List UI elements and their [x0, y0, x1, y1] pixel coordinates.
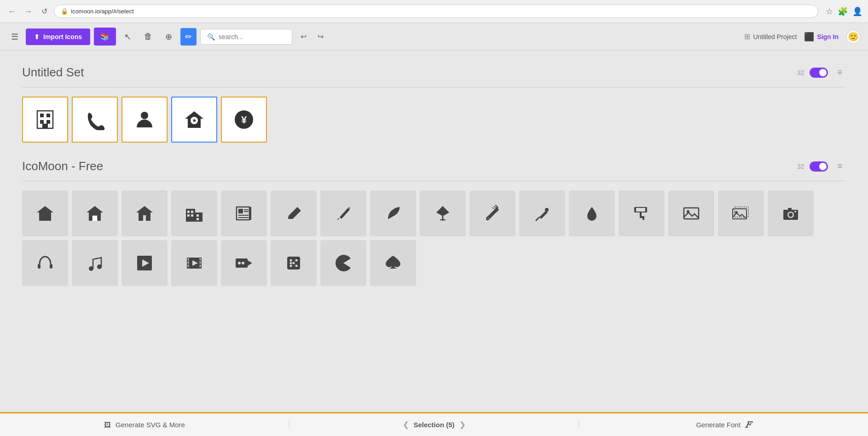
icon-cell-home-star[interactable]: ★: [171, 97, 217, 143]
icon-cell-dice[interactable]: [271, 240, 317, 286]
svg-rect-42: [788, 208, 792, 210]
play-icon: [135, 254, 154, 272]
icon-cell-phone[interactable]: [72, 97, 118, 143]
person-icon: [134, 109, 155, 130]
drop-icon: [583, 204, 601, 223]
icon-cell-video[interactable]: [221, 240, 267, 286]
icon-cell-feather[interactable]: [370, 190, 416, 236]
bottom-bar: 🖼 Generate SVG & More ❮ Selection (5) ❯ …: [0, 412, 868, 436]
generate-svg-label: Generate SVG & More: [116, 421, 185, 429]
icon-cell-play[interactable]: [122, 240, 168, 286]
app-toolbar: ☰ ⬆ Import Icons 📚 ↖ 🗑 ⊕ ✏ 🔍 ↩ ↪ ⊞ Untit…: [0, 23, 868, 51]
newspaper-icon: [235, 204, 253, 223]
icomoon-free-section: IcoMoon - Free 32 ≡: [22, 159, 846, 286]
toolbar-right: ⊞ Untitled Project ⬛ Sign In 🙂: [744, 29, 861, 44]
svg-rect-56: [200, 258, 201, 260]
chevron-left-icon[interactable]: ❮: [403, 420, 409, 429]
undo-button[interactable]: ↩: [296, 29, 311, 44]
svg-rect-44: [38, 264, 41, 269]
svg-text:¥: ¥: [241, 114, 247, 126]
icon-cell-brush[interactable]: [469, 190, 515, 236]
import-label: Import Icons: [43, 33, 82, 40]
svg-rect-15: [191, 211, 193, 213]
svg-rect-2: [46, 114, 50, 117]
icon-cell-spade[interactable]: [370, 240, 416, 286]
svg-point-62: [238, 262, 241, 264]
address-bar[interactable]: 🔒 icomoon.io/app/#/select: [54, 5, 818, 18]
icon-cell-paint-roller[interactable]: [619, 190, 665, 236]
untitled-set-count: 32: [797, 69, 804, 76]
search-icon: 🔍: [207, 33, 215, 40]
search-box: 🔍: [200, 29, 292, 45]
image-icon: [682, 204, 700, 223]
svg-rect-45: [50, 264, 52, 269]
icon-cell-person[interactable]: [122, 97, 168, 143]
chevron-right-icon[interactable]: ❯: [459, 420, 465, 429]
lock-icon: 🔒: [61, 8, 68, 15]
svg-rect-18: [197, 214, 199, 217]
icon-cell-image[interactable]: [668, 190, 714, 236]
account-button[interactable]: 👤: [852, 6, 862, 17]
edit-tool-button[interactable]: ✏: [180, 28, 197, 46]
selection-section[interactable]: ❮ Selection (5) ❯: [289, 420, 579, 429]
icon-cell-pacman[interactable]: [320, 240, 366, 286]
generate-font-section[interactable]: Generate Font 𝐹: [579, 420, 868, 430]
svg-point-46: [89, 266, 93, 271]
select-tool-button[interactable]: ↖: [120, 28, 136, 46]
phone-icon: [84, 109, 105, 130]
delete-tool-button[interactable]: 🗑: [139, 28, 157, 45]
icon-cell-dropper[interactable]: [519, 190, 565, 236]
icon-cell-camera[interactable]: [768, 190, 814, 236]
browser-icons: ☆ 🧩 👤: [826, 6, 862, 17]
import-button[interactable]: ⬆ Import Icons: [26, 29, 90, 45]
avatar[interactable]: 🙂: [846, 29, 861, 44]
star-button[interactable]: ☆: [826, 6, 833, 17]
signin-button[interactable]: ⬛ Sign In: [804, 32, 839, 42]
undo-redo-group: ↩ ↪: [296, 29, 328, 44]
icon-cell-home1[interactable]: [22, 190, 68, 236]
icon-cell-home3[interactable]: [122, 190, 168, 236]
svg-rect-3: [40, 120, 44, 124]
icomoon-free-divider: [22, 181, 846, 181]
icon-cell-home2[interactable]: [72, 190, 118, 236]
icon-cell-film[interactable]: [171, 240, 217, 286]
icomoon-free-count: 32: [797, 163, 804, 170]
back-button[interactable]: ←: [6, 6, 18, 17]
svg-point-28: [545, 208, 549, 212]
generate-font-label: Generate Font: [696, 421, 741, 429]
search-input[interactable]: [219, 33, 285, 40]
icon-cell-drop[interactable]: [569, 190, 615, 236]
icon-cell-yen[interactable]: ¥: [221, 97, 267, 143]
icon-cell-building[interactable]: [22, 97, 68, 143]
svg-marker-61: [248, 260, 252, 266]
icon-cell-nib[interactable]: [420, 190, 466, 236]
extensions-button[interactable]: 🧩: [838, 6, 848, 17]
icon-cell-music[interactable]: [72, 240, 118, 286]
icon-cell-building-free[interactable]: [171, 190, 217, 236]
svg-point-47: [97, 264, 102, 269]
icon-cell-headphones[interactable]: [22, 240, 68, 286]
forward-button[interactable]: →: [22, 6, 35, 17]
import-icon: ⬆: [34, 33, 40, 40]
untitled-set-toggle[interactable]: [810, 68, 828, 78]
untitled-set-menu-button[interactable]: ≡: [833, 66, 846, 79]
library-button[interactable]: 📚: [94, 28, 116, 46]
music-icon: [86, 254, 104, 272]
move-tool-button[interactable]: ⊕: [161, 28, 177, 46]
reload-button[interactable]: ↺: [39, 5, 50, 17]
icon-cell-pencil[interactable]: [271, 190, 317, 236]
pacman-icon: [334, 254, 353, 272]
redo-button[interactable]: ↪: [313, 29, 328, 44]
pencil-icon: [284, 204, 303, 223]
svg-point-69: [293, 262, 295, 264]
project-name[interactable]: ⊞ Untitled Project: [744, 32, 797, 41]
icomoon-free-toggle[interactable]: [810, 161, 828, 172]
icomoon-free-menu-button[interactable]: ≡: [833, 160, 846, 173]
generate-svg-section[interactable]: 🖼 Generate SVG & More: [0, 421, 289, 429]
project-title: Untitled Project: [753, 33, 797, 40]
icon-cell-pen[interactable]: [320, 190, 366, 236]
icon-cell-images[interactable]: [718, 190, 764, 236]
svg-rect-34: [684, 208, 699, 219]
menu-button[interactable]: ☰: [7, 28, 22, 46]
icon-cell-newspaper[interactable]: [221, 190, 267, 236]
